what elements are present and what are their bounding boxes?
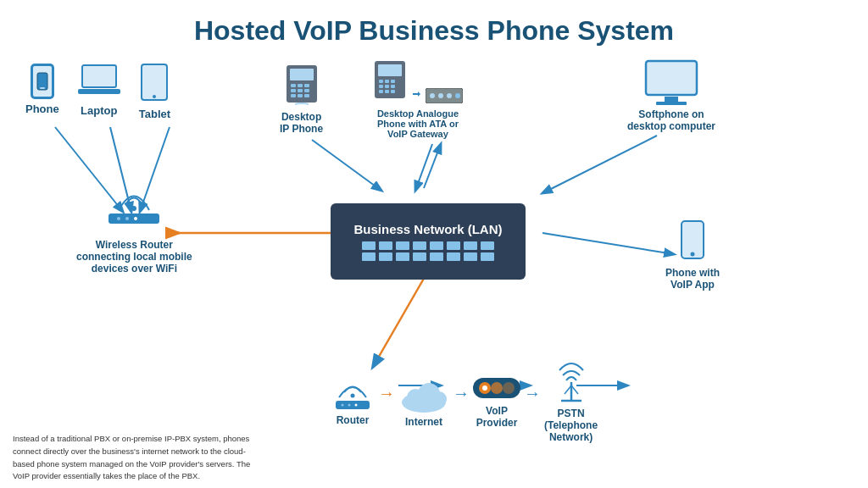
- svg-rect-31: [304, 89, 309, 92]
- bottom-router: Router: [331, 377, 375, 426]
- svg-marker-47: [418, 92, 420, 97]
- svg-rect-55: [656, 102, 687, 105]
- tablet-device: Tablet: [139, 64, 170, 120]
- svg-point-18: [153, 95, 156, 98]
- bottom-chain: Router → Internet → VoIPPro: [331, 360, 598, 443]
- svg-rect-26: [291, 84, 296, 87]
- arrow-router-internet: →: [378, 384, 395, 403]
- window-5: [396, 241, 409, 250]
- svg-point-50: [438, 93, 443, 98]
- svg-rect-59: [336, 401, 370, 409]
- voip-app-block: Phone withVoIP App: [665, 220, 720, 291]
- desk-ip-phone-block: DesktopIP Phone: [280, 64, 323, 135]
- svg-rect-40: [379, 85, 383, 88]
- svg-line-8: [542, 233, 674, 254]
- voip-provider-label: VoIPProvider: [476, 405, 518, 429]
- bottom-note: Instead of a traditional PBX or on-premi…: [13, 433, 267, 483]
- analogue-phone-block: Desktop AnaloguePhone with ATA orVoIP Ga…: [373, 59, 463, 139]
- svg-point-21: [117, 217, 120, 220]
- window-3: [379, 241, 392, 250]
- window-1: [362, 241, 376, 250]
- wireless-router-icon: [100, 186, 168, 232]
- svg-rect-30: [298, 89, 303, 92]
- wireless-router-label: Wireless Routerconnecting local mobilede…: [76, 239, 192, 274]
- svg-rect-45: [391, 90, 395, 93]
- svg-rect-43: [379, 90, 383, 93]
- window-14: [464, 252, 477, 261]
- laptop-icon: [78, 64, 120, 101]
- svg-rect-37: [379, 80, 383, 83]
- svg-rect-25: [290, 69, 314, 80]
- svg-rect-39: [391, 80, 395, 83]
- window-10: [430, 252, 443, 261]
- internet-label: Internet: [405, 416, 442, 428]
- svg-line-7: [542, 136, 657, 193]
- svg-rect-14: [40, 87, 45, 89]
- softphone-monitor-icon: [644, 59, 698, 108]
- svg-point-19: [131, 206, 136, 211]
- svg-rect-29: [291, 89, 296, 92]
- window-6: [396, 252, 409, 261]
- laptop-label: Laptop: [81, 104, 117, 117]
- business-network-building: Business Network (LAN): [331, 203, 526, 280]
- laptop-device: Laptop: [78, 64, 120, 120]
- svg-rect-15: [82, 65, 116, 87]
- window-7: [413, 241, 426, 250]
- svg-rect-44: [385, 90, 389, 93]
- softphone-label: Softphone ondesktop computer: [627, 108, 715, 132]
- tablet-label: Tablet: [139, 108, 170, 120]
- window-16: [481, 252, 494, 261]
- analogue-phone-label: Desktop AnaloguePhone with ATA orVoIP Ga…: [377, 108, 459, 139]
- svg-rect-28: [304, 84, 309, 87]
- pstn-tower-icon: [553, 360, 590, 404]
- svg-rect-53: [646, 61, 697, 95]
- window-9: [430, 241, 443, 250]
- arrow-voip-pstn: →: [524, 384, 541, 403]
- router-label: Router: [337, 414, 370, 426]
- svg-point-51: [447, 93, 452, 98]
- svg-point-62: [355, 404, 358, 407]
- voip-app-label: Phone withVoIP App: [665, 267, 720, 291]
- svg-line-5: [415, 144, 432, 191]
- page-title: Hosted VoIP Business Phone System: [0, 0, 868, 55]
- window-2: [362, 252, 376, 261]
- wireless-router-block: Wireless Routerconnecting local mobilede…: [76, 186, 192, 274]
- svg-point-23: [134, 217, 137, 220]
- svg-rect-42: [391, 85, 395, 88]
- svg-point-57: [691, 252, 695, 257]
- phone-device: Phone: [25, 64, 59, 120]
- bottom-voip-provider: VoIPProvider: [473, 374, 520, 429]
- svg-line-6: [424, 144, 441, 188]
- business-network-label: Business Network (LAN): [353, 222, 502, 236]
- softphone-block: Softphone ondesktop computer: [627, 59, 715, 132]
- analogue-phone-icon-group: [373, 59, 463, 103]
- svg-rect-33: [298, 94, 303, 97]
- voip-app-phone-icon: [681, 220, 704, 263]
- svg-rect-38: [385, 80, 389, 83]
- bottom-internet: Internet: [398, 375, 449, 428]
- window-4: [379, 252, 392, 261]
- svg-rect-16: [78, 89, 120, 94]
- device-group-left: Phone Laptop Tablet: [25, 64, 170, 120]
- desk-ip-phone-label: DesktopIP Phone: [280, 111, 323, 135]
- pstn-label: PSTN(TelephoneNetwork): [544, 408, 598, 443]
- ata-box-icon: [426, 88, 463, 103]
- bottom-pstn: PSTN(TelephoneNetwork): [544, 360, 598, 443]
- svg-rect-34: [304, 94, 309, 97]
- svg-point-22: [125, 217, 129, 220]
- svg-rect-36: [378, 64, 402, 76]
- phone-icon: [31, 64, 54, 99]
- svg-point-49: [430, 93, 435, 98]
- svg-point-52: [455, 93, 460, 98]
- svg-point-71: [482, 385, 487, 391]
- svg-rect-54: [665, 97, 678, 103]
- svg-line-4: [312, 140, 381, 191]
- business-network-block: Business Network (LAN): [331, 186, 526, 280]
- svg-rect-41: [385, 85, 389, 88]
- svg-rect-32: [291, 94, 296, 97]
- window-13: [464, 241, 477, 250]
- svg-point-58: [351, 394, 355, 398]
- bottom-router-icon: [331, 377, 375, 411]
- building-windows: [362, 241, 494, 261]
- tablet-icon: [141, 64, 168, 104]
